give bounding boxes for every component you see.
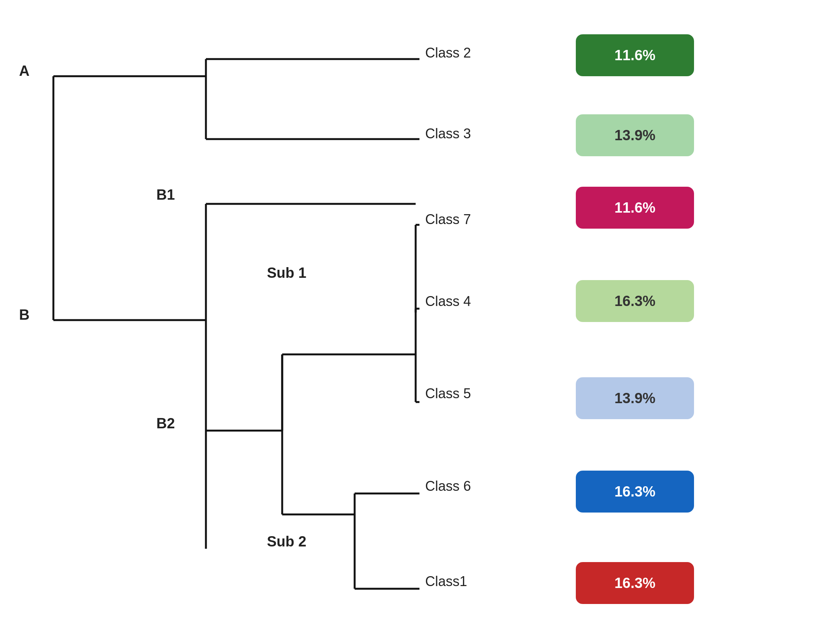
class3-label: Class 3 (425, 126, 471, 142)
class2-label: Class 2 (425, 45, 471, 61)
badge-class4: 16.3% (576, 280, 694, 322)
class1-label: Class1 (425, 574, 467, 590)
node-label-B2: B2 (156, 415, 175, 432)
class6-label: Class 6 (425, 478, 471, 494)
badge-class6: 16.3% (576, 471, 694, 513)
badge-class2-value: 11.6% (614, 47, 656, 64)
node-label-sub2: Sub 2 (267, 533, 306, 550)
tree-svg (0, 0, 813, 644)
badge-class6-value: 16.3% (614, 484, 656, 500)
node-label-A: A (19, 63, 29, 79)
class4-label: Class 4 (425, 293, 471, 309)
badge-class5: 13.9% (576, 377, 694, 419)
badge-class1-value: 16.3% (614, 575, 656, 591)
node-label-B: B (19, 307, 29, 323)
badge-class1: 16.3% (576, 562, 694, 604)
badge-class5-value: 13.9% (614, 390, 656, 407)
badge-class7-value: 11.6% (614, 200, 656, 216)
badge-class7: 11.6% (576, 187, 694, 229)
badge-class4-value: 16.3% (614, 293, 656, 309)
node-label-B1: B1 (156, 187, 175, 203)
class7-label: Class 7 (425, 211, 471, 227)
diagram-container: A B B1 B2 Sub 1 Sub 2 Class 2 Class 3 Cl… (0, 0, 813, 644)
badge-class2: 11.6% (576, 34, 694, 76)
node-label-sub1: Sub 1 (267, 265, 306, 281)
badge-class3-value: 13.9% (614, 127, 656, 144)
class5-label: Class 5 (425, 386, 471, 402)
badge-class3: 13.9% (576, 114, 694, 156)
